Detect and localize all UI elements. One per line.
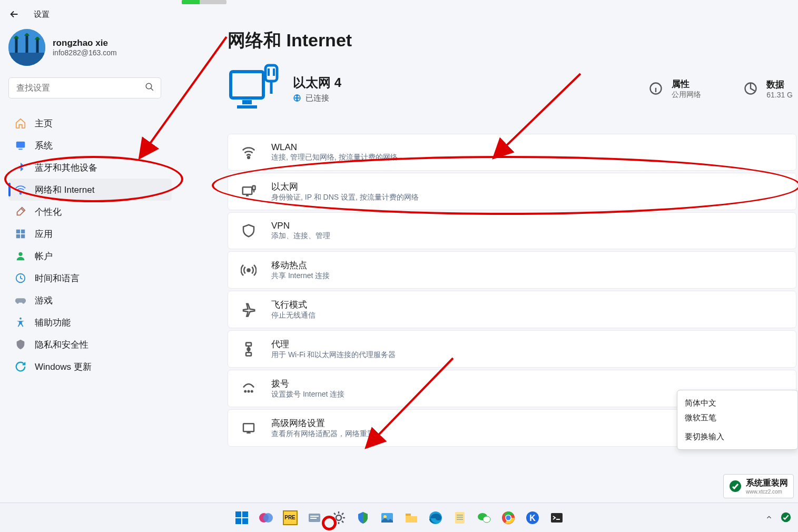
dialup-icon — [241, 381, 257, 397]
page-title: 网络和 Internet — [228, 28, 798, 53]
svg-rect-40 — [235, 518, 241, 524]
card-sub: 添加、连接、管理 — [271, 231, 330, 241]
avatar — [8, 29, 45, 66]
sidebar-item-label: 游戏 — [35, 294, 53, 307]
taskbar-explorer[interactable] — [402, 508, 421, 527]
system-tray[interactable] — [765, 503, 792, 532]
taskbar-notepad[interactable] — [450, 508, 469, 527]
sidebar-item-time[interactable]: 时间和语言 — [8, 267, 172, 289]
game-icon — [15, 294, 26, 306]
sidebar-item-accessibility[interactable]: 辅助功能 — [8, 311, 172, 333]
annotation-arrow-1 — [132, 32, 237, 169]
card-proxy[interactable]: 代理用于 Wi-Fi 和以太网连接的代理服务器 — [228, 330, 796, 368]
properties-tile[interactable]: 属性公用网络 — [648, 78, 701, 100]
svg-point-10 — [18, 252, 22, 256]
sidebar-item-label: 网络和 Internet — [35, 184, 94, 196]
taskbar-pre[interactable]: PRE — [281, 508, 300, 527]
svg-rect-46 — [310, 518, 317, 519]
svg-rect-4 — [18, 149, 22, 150]
sidebar-item-label: 帐户 — [35, 250, 53, 262]
svg-rect-41 — [242, 518, 248, 524]
svg-point-21 — [248, 156, 250, 159]
search-input[interactable] — [15, 83, 145, 93]
svg-line-52 — [334, 513, 336, 515]
sidebar-item-brush[interactable]: 个性化 — [8, 201, 172, 223]
svg-rect-71 — [551, 513, 563, 523]
card-hotspot[interactable]: 移动热点共享 Internet 连接 — [228, 251, 796, 289]
account-email: info8282@163.com — [53, 48, 117, 57]
svg-point-43 — [263, 513, 273, 523]
sidebar-item-label: 时间和语言 — [35, 272, 80, 284]
sidebar-item-label: 辅助功能 — [35, 317, 71, 329]
loading-progress — [182, 0, 226, 4]
tray-app-icon[interactable] — [780, 511, 792, 523]
update-icon — [15, 361, 26, 372]
svg-point-68 — [506, 515, 510, 520]
svg-rect-27 — [246, 352, 251, 356]
svg-rect-3 — [16, 142, 25, 148]
sidebar-item-label: 主页 — [35, 117, 53, 130]
taskbar-security[interactable] — [353, 508, 372, 527]
svg-rect-26 — [246, 342, 251, 346]
taskbar-wechat[interactable] — [475, 508, 494, 527]
card-title: 拨号 — [271, 378, 344, 390]
taskbar-copilot[interactable] — [257, 508, 275, 527]
svg-rect-1 — [8, 53, 45, 66]
ethernet-icon — [241, 184, 257, 200]
card-vpn[interactable]: VPN添加、连接、管理 — [228, 212, 796, 249]
taskbar-terminal[interactable] — [547, 508, 566, 527]
start-button[interactable] — [232, 508, 251, 527]
sidebar-item-privacy[interactable]: 隐私和安全性 — [8, 333, 172, 356]
taskbar-photos[interactable] — [378, 508, 397, 527]
data-usage-tile[interactable]: 数据61.31 G — [743, 78, 793, 100]
svg-line-55 — [342, 513, 343, 515]
sidebar-item-account[interactable]: 帐户 — [8, 245, 172, 267]
back-button[interactable] — [5, 5, 23, 23]
svg-rect-58 — [406, 514, 411, 516]
sidebar-item-apps[interactable]: 应用 — [8, 223, 172, 245]
card-ethernet[interactable]: 以太网身份验证, IP 和 DNS 设置, 按流量计费的网络 — [228, 173, 796, 210]
taskbar-settings[interactable] — [329, 508, 348, 527]
svg-rect-45 — [310, 516, 319, 517]
svg-line-36 — [366, 358, 453, 448]
accessibility-icon — [15, 317, 26, 328]
taskbar-chrome[interactable] — [499, 508, 518, 527]
taskbar-kugou[interactable]: K — [523, 508, 542, 527]
brush-icon — [15, 206, 26, 218]
data-title: 数据 — [766, 78, 793, 91]
sidebar-item-wifi[interactable]: 网络和 Internet — [8, 179, 172, 201]
svg-line-53 — [342, 521, 343, 523]
card-sub: 设置拨号 Internet 连接 — [271, 390, 344, 399]
ime-line1: 简体中文 — [685, 396, 790, 410]
annotation-arrow-3 — [358, 353, 464, 458]
svg-rect-33 — [243, 423, 254, 431]
svg-rect-9 — [21, 234, 25, 238]
wlan-icon — [241, 144, 257, 160]
svg-point-65 — [483, 516, 490, 523]
logo-icon — [729, 480, 742, 492]
apps-icon — [15, 228, 26, 240]
card-airplane[interactable]: 飞行模式停止无线通信 — [228, 291, 796, 328]
sidebar-item-label: 蓝牙和其他设备 — [35, 162, 97, 174]
sidebar-item-game[interactable]: 游戏 — [8, 289, 172, 311]
proxy-icon — [241, 341, 257, 357]
taskbar-app1[interactable] — [305, 508, 324, 527]
chevron-up-icon[interactable] — [765, 514, 773, 521]
svg-point-5 — [20, 193, 22, 194]
svg-line-34 — [140, 37, 226, 158]
wifi-icon — [15, 184, 26, 195]
svg-rect-16 — [265, 65, 277, 81]
taskbar-edge[interactable] — [426, 508, 445, 527]
globe-icon — [293, 94, 301, 102]
svg-rect-6 — [16, 230, 20, 233]
card-sub: 停止无线通信 — [271, 311, 316, 320]
ime-line3: 要切换输入 — [685, 429, 790, 444]
properties-title: 属性 — [672, 78, 701, 90]
info-icon — [648, 81, 663, 96]
ime-line2: 微软五笔 — [685, 410, 790, 425]
card-sub: 身份验证, IP 和 DNS 设置, 按流量计费的网络 — [271, 193, 419, 202]
data-sub: 61.31 G — [766, 91, 793, 99]
sidebar-item-update[interactable]: Windows 更新 — [8, 356, 172, 378]
account-name: rongzhao xie — [53, 38, 117, 48]
advanced-icon — [241, 420, 257, 436]
